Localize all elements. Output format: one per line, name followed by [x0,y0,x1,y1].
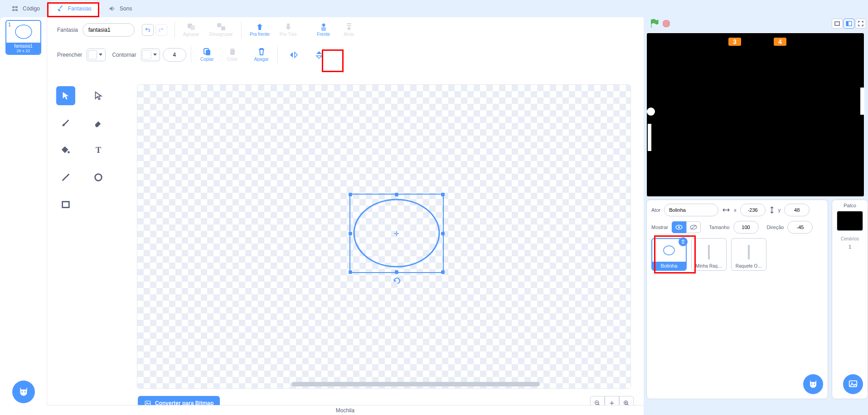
sprite-size-input[interactable] [733,221,759,234]
fullscreen-button[interactable] [855,19,866,29]
rotation-handle[interactable] [393,278,402,285]
show-hidden-button[interactable] [686,221,701,233]
delete-button[interactable]: Apagar [250,47,273,63]
ungroup-button[interactable]: Desagrupar [206,22,237,38]
costume-thumb[interactable]: 1 fantasia1 26 x 22 [5,20,41,55]
svg-rect-46 [748,245,750,259]
sprite-y-input[interactable] [784,204,810,216]
fill-picker[interactable] [87,49,106,61]
svg-rect-0 [12,6,15,8]
y-label: y [778,207,781,213]
canvas-scrollbar-h[interactable] [291,382,540,386]
sprite-x-input[interactable] [740,204,766,216]
delete-sprite-button[interactable] [679,237,688,246]
trash-icon [257,48,266,56]
back-button[interactable]: Atrás [338,22,360,38]
svg-point-44 [664,246,674,255]
copy-button[interactable]: Copiar [196,47,218,63]
group-icon [187,23,196,31]
svg-rect-1 [12,9,15,11]
tab-costumes[interactable]: Fantasias [48,1,100,16]
stage-thumbnail[interactable] [837,211,863,231]
backward-button[interactable]: Pra Trás [276,22,301,38]
sprite-name-input[interactable] [664,204,718,216]
cat-icon [808,379,819,390]
small-stage-button[interactable] [832,19,843,29]
tool-brush[interactable] [56,113,75,132]
fill-icon [61,145,71,155]
outline-width-input[interactable] [163,48,186,62]
stop-icon[interactable] [662,19,671,28]
palco-title: Palco [844,203,856,208]
mostrar-label: Mostrar [651,225,668,230]
sprite-card-label: Minha Raq… [693,264,724,269]
front-button[interactable]: Frente [312,22,335,38]
tab-code[interactable]: Código [3,1,48,16]
svg-text:T: T [96,146,101,155]
backpack-label: Mochila [336,407,354,414]
tool-circle[interactable] [89,168,108,187]
tamanho-label: Tamanho [709,225,729,230]
costume-name-input[interactable] [82,23,135,37]
backpack-bar[interactable]: Mochila [47,405,644,415]
paint-editor: Fantasia Agrupar Desagrupar Pra frente [47,17,644,415]
tool-rect[interactable] [56,195,75,214]
eraser-icon [93,118,103,128]
sprite-card-bolinha[interactable]: Bolinha [651,238,687,271]
add-costume-button[interactable] [12,381,35,403]
svg-point-41 [678,226,680,228]
svg-line-21 [63,174,69,181]
green-flag-icon[interactable] [649,19,659,29]
ungroup-icon [217,23,226,31]
large-stage-button[interactable] [844,19,854,29]
svg-point-48 [814,384,815,385]
paint-canvas[interactable]: ✛ [137,84,631,389]
cat-icon [18,386,29,398]
center-crosshair: ✛ [394,230,399,237]
tool-fill[interactable] [56,141,75,160]
tool-select[interactable] [56,86,75,105]
sprite-direction-input[interactable] [787,221,813,234]
svg-rect-23 [63,202,69,208]
forward-icon [256,23,264,31]
add-sprite-button[interactable] [803,374,823,394]
code-icon [11,5,19,12]
tool-palette: T [56,86,111,214]
copy-icon [203,48,211,56]
tool-text[interactable]: T [89,141,108,160]
redo-button[interactable] [155,24,167,36]
back-icon [345,23,353,31]
undo-button[interactable] [142,24,154,36]
flip-vertical-button[interactable] [308,49,330,60]
flip-horizontal-button[interactable] [282,50,305,60]
add-backdrop-button[interactable] [843,374,863,394]
svg-rect-8 [190,25,195,30]
stage-preview[interactable]: 3 4 [646,33,864,197]
brush-tool-icon [61,118,71,128]
backward-icon [284,23,292,31]
stage-header [646,17,868,30]
svg-rect-12 [321,29,326,30]
svg-rect-9 [217,23,221,27]
group-button[interactable]: Agrupar [179,22,203,38]
stage-paddle-left [648,124,651,151]
sprite-card-label: Raquete O… [733,264,764,269]
costume-preview [13,23,34,41]
tab-costumes-label: Fantasias [68,5,92,12]
rect-icon [61,200,71,210]
forward-button[interactable]: Pra frente [246,22,273,38]
paste-button[interactable]: Colar [221,47,244,63]
svg-point-6 [24,391,25,393]
outline-picker[interactable] [141,49,160,61]
stage-paddle-right [860,88,864,115]
tab-sounds[interactable]: Sons [100,1,140,16]
sprite-card-raquete-oponente[interactable]: Raquete O… [731,238,766,271]
tool-reshape[interactable] [89,86,108,105]
tool-line[interactable] [56,168,75,187]
tool-eraser[interactable] [89,113,108,132]
svg-point-47 [811,384,812,385]
svg-point-22 [95,174,102,181]
svg-rect-10 [221,26,225,30]
sprite-card-minha-raquete[interactable]: Minha Raq… [691,238,727,271]
show-visible-button[interactable] [672,221,686,233]
